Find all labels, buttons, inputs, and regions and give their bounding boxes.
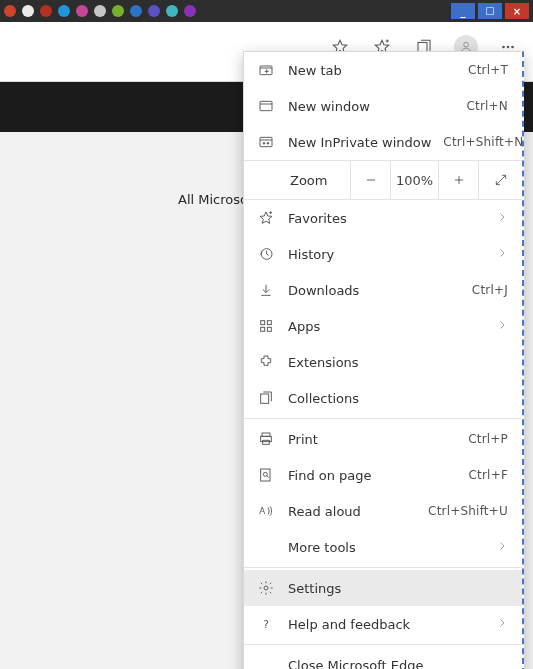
chevron-right-icon (496, 540, 508, 555)
taskbar-app-icon[interactable] (130, 5, 142, 17)
menu-item-label: Extensions (288, 355, 508, 370)
menu-item-label: Help and feedback (288, 617, 484, 632)
taskbar-app-icon[interactable] (4, 5, 16, 17)
taskbar-app-icon[interactable] (22, 5, 34, 17)
menu-item-shortcut: Ctrl+Shift+U (428, 504, 508, 518)
new-window-icon (256, 98, 276, 114)
taskbar-app-icon[interactable] (94, 5, 106, 17)
zoom-in-button[interactable] (438, 161, 478, 199)
menu-item-label: Apps (288, 319, 484, 334)
menu-item-label: Collections (288, 391, 508, 406)
svg-point-4 (512, 46, 514, 48)
print-icon (256, 431, 276, 447)
favorites-icon (256, 210, 276, 226)
svg-rect-5 (260, 66, 272, 75)
zoom-value: 100% (390, 161, 438, 199)
menu-item-find-on-page[interactable]: Find on pageCtrl+F (244, 457, 522, 493)
menu-item-shortcut: Ctrl+Shift+N (443, 135, 523, 149)
inprivate-icon (256, 134, 276, 150)
menu-item-favorites[interactable]: Favorites (244, 200, 522, 236)
fullscreen-button[interactable] (478, 161, 522, 199)
svg-text:?: ? (263, 618, 269, 631)
menu-item-new-window[interactable]: New windowCtrl+N (244, 88, 522, 124)
svg-rect-6 (260, 101, 272, 110)
svg-point-8 (263, 143, 265, 145)
svg-point-3 (507, 46, 509, 48)
svg-rect-13 (261, 327, 265, 331)
menu-separator (244, 567, 522, 568)
taskbar-app-icon[interactable] (166, 5, 178, 17)
menu-item-label: Print (288, 432, 456, 447)
menu-item-settings[interactable]: Settings (244, 570, 522, 606)
svg-point-1 (464, 42, 469, 47)
apps-icon (256, 318, 276, 334)
zoom-row: Zoom100% (244, 160, 522, 200)
taskbar-app-icon[interactable] (184, 5, 196, 17)
taskbar-app-icon[interactable] (76, 5, 88, 17)
menu-item-downloads[interactable]: DownloadsCtrl+J (244, 272, 522, 308)
extensions-icon (256, 354, 276, 370)
taskbar-app-icon[interactable] (148, 5, 160, 17)
taskbar-app-icon[interactable] (112, 5, 124, 17)
svg-rect-15 (261, 394, 269, 403)
read-aloud-icon: A (256, 503, 276, 519)
menu-item-label: Favorites (288, 211, 484, 226)
new-tab-icon (256, 62, 276, 78)
chevron-right-icon (496, 247, 508, 262)
help-icon: ? (256, 616, 276, 632)
menu-item-label: Find on page (288, 468, 456, 483)
menu-item-shortcut: Ctrl+F (468, 468, 508, 482)
svg-rect-18 (263, 440, 270, 444)
menu-item-label: More tools (288, 540, 484, 555)
chevron-right-icon (496, 319, 508, 334)
menu-item-new-inprivate-window[interactable]: New InPrivate windowCtrl+Shift+N (244, 124, 522, 160)
menu-item-help-and-feedback[interactable]: ?Help and feedback (244, 606, 522, 642)
chevron-right-icon (496, 211, 508, 226)
svg-rect-12 (267, 321, 271, 325)
menu-item-label: New tab (288, 63, 456, 78)
menu-item-label: Read aloud (288, 504, 416, 519)
window-maximize-button[interactable]: ☐ (478, 3, 502, 19)
find-icon (256, 467, 276, 483)
settings-icon (256, 580, 276, 596)
svg-rect-7 (260, 137, 272, 146)
svg-point-22 (264, 586, 268, 590)
menu-item-label: History (288, 247, 484, 262)
menu-item-extensions[interactable]: Extensions (244, 344, 522, 380)
menu-separator (244, 644, 522, 645)
menu-separator (244, 418, 522, 419)
menu-item-label: Downloads (288, 283, 460, 298)
svg-rect-19 (261, 469, 270, 481)
menu-item-label: New InPrivate window (288, 135, 431, 150)
svg-rect-11 (261, 321, 265, 325)
window-minimize-button[interactable]: _ (451, 3, 475, 19)
menu-item-read-aloud[interactable]: ARead aloudCtrl+Shift+U (244, 493, 522, 529)
menu-item-shortcut: Ctrl+T (468, 63, 508, 77)
menu-item-shortcut: Ctrl+N (466, 99, 508, 113)
svg-point-2 (503, 46, 505, 48)
menu-item-collections[interactable]: Collections (244, 380, 522, 416)
menu-item-apps[interactable]: Apps (244, 308, 522, 344)
menu-item-more-tools[interactable]: More tools (244, 529, 522, 565)
window-buttons: _ ☐ × (451, 3, 529, 19)
taskbar-app-icon[interactable] (40, 5, 52, 17)
zoom-out-button[interactable] (350, 161, 390, 199)
chevron-right-icon (496, 617, 508, 632)
menu-item-close-microsoft-edge[interactable]: Close Microsoft Edge (244, 647, 522, 669)
downloads-icon (256, 282, 276, 298)
page-text-fragment: All Microso (178, 192, 248, 207)
history-icon (256, 246, 276, 262)
menu-item-label: Settings (288, 581, 508, 596)
menu-item-history[interactable]: History (244, 236, 522, 272)
taskbar-app-icon[interactable] (58, 5, 70, 17)
svg-point-9 (267, 143, 269, 145)
collections-icon (256, 390, 276, 406)
menu-item-print[interactable]: PrintCtrl+P (244, 421, 522, 457)
svg-rect-16 (262, 433, 270, 436)
menu-item-shortcut: Ctrl+P (468, 432, 508, 446)
window-close-button[interactable]: × (505, 3, 529, 19)
menu-item-new-tab[interactable]: New tabCtrl+T (244, 52, 522, 88)
settings-menu: New tabCtrl+TNew windowCtrl+NNew InPriva… (243, 51, 524, 669)
menu-item-shortcut: Ctrl+J (472, 283, 508, 297)
menu-item-label: Close Microsoft Edge (288, 658, 508, 670)
